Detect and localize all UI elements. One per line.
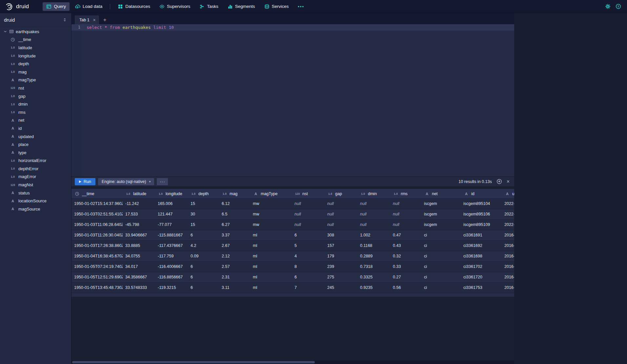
cell[interactable]: 4.2 bbox=[188, 241, 219, 251]
cell[interactable]: 34.017 bbox=[123, 262, 155, 272]
cell[interactable]: 2022-0 bbox=[502, 220, 514, 230]
cell[interactable]: 34.0755 bbox=[123, 251, 155, 261]
cell[interactable]: 1950-01-05T13:45:48.730Z bbox=[71, 283, 123, 293]
cell[interactable]: ci bbox=[421, 283, 461, 293]
cell[interactable]: null bbox=[390, 209, 421, 219]
cell[interactable]: ci3361720 bbox=[461, 272, 502, 282]
scrollbar-thumb[interactable] bbox=[72, 361, 315, 363]
cell[interactable]: 0.2889 bbox=[357, 251, 390, 261]
tree-column-type[interactable]: Atype bbox=[0, 149, 71, 157]
download-icon[interactable] bbox=[496, 179, 502, 184]
horizontal-scrollbar[interactable] bbox=[71, 360, 514, 364]
tree-column-net[interactable]: Anet bbox=[0, 116, 71, 125]
cell[interactable]: 34.3586667 bbox=[123, 272, 155, 282]
column-header-gap[interactable]: 1.0gap bbox=[325, 189, 357, 198]
cell[interactable]: null bbox=[292, 209, 325, 219]
cell[interactable]: 0.09 bbox=[188, 251, 219, 261]
cell[interactable]: null bbox=[390, 220, 421, 230]
cell[interactable]: ml bbox=[250, 262, 292, 272]
cell[interactable]: 0.33 bbox=[390, 262, 421, 272]
cell[interactable]: null bbox=[325, 220, 357, 230]
cell[interactable]: 6.27 bbox=[219, 220, 250, 230]
cell[interactable]: 17.533 bbox=[123, 209, 155, 219]
cell[interactable]: 15 bbox=[188, 199, 219, 209]
tree-column-status[interactable]: Astatus bbox=[0, 189, 71, 197]
column-header-__time[interactable]: __time bbox=[71, 189, 123, 198]
cell[interactable]: mw bbox=[250, 209, 292, 219]
add-tab-button[interactable]: + bbox=[99, 15, 111, 24]
cell[interactable]: 8 bbox=[292, 262, 325, 272]
cell[interactable]: mw bbox=[250, 199, 292, 209]
tree-column-id[interactable]: Aid bbox=[0, 124, 71, 132]
cell[interactable]: 2016-0 bbox=[502, 241, 514, 251]
nav-item-supervisors[interactable]: Supervisors bbox=[156, 2, 194, 11]
cell[interactable]: 1950-01-05T12:51:29.690Z bbox=[71, 272, 123, 282]
nav-item-segments[interactable]: Segments bbox=[224, 2, 259, 11]
cell[interactable]: iscgem895106 bbox=[461, 209, 502, 219]
tree-column-longitude[interactable]: 1.0longitude bbox=[0, 52, 71, 60]
cell[interactable]: 1950-01-02T15:14:37.960Z bbox=[71, 199, 123, 209]
tree-column-__time[interactable]: __time bbox=[0, 36, 71, 44]
column-header-magType[interactable]: AmagType bbox=[250, 189, 292, 198]
cell[interactable]: 2016-0 bbox=[502, 272, 514, 282]
cell[interactable]: ci bbox=[421, 241, 461, 251]
cell[interactable]: 6 bbox=[188, 283, 219, 293]
cell[interactable]: null bbox=[357, 209, 390, 219]
column-header-longitude[interactable]: 1.0longitude bbox=[155, 189, 188, 198]
cell[interactable]: ci3361753 bbox=[461, 283, 502, 293]
tree-column-horizontalError[interactable]: 1.0horizontalError bbox=[0, 157, 71, 165]
nav-item-datasources[interactable]: Datasources bbox=[114, 2, 154, 11]
cell[interactable]: 1950-01-05T07:24:19.740Z bbox=[71, 262, 123, 272]
cell[interactable]: iscgem bbox=[421, 220, 461, 230]
cell[interactable]: 0.1168 bbox=[357, 241, 390, 251]
cell[interactable]: 2.31 bbox=[219, 272, 250, 282]
sql-editor[interactable]: 1 select * from earthquakes limit 10 bbox=[71, 24, 514, 176]
cell[interactable]: 157 bbox=[325, 241, 357, 251]
cell[interactable]: 33.5748333 bbox=[123, 283, 155, 293]
cell[interactable]: 2016-0 bbox=[502, 251, 514, 261]
tree-column-dmin[interactable]: 1.0dmin bbox=[0, 100, 71, 108]
cell[interactable]: 4 bbox=[292, 251, 325, 261]
cell[interactable]: ml bbox=[250, 230, 292, 240]
cell[interactable]: ci bbox=[421, 230, 461, 240]
column-header-id[interactable]: Aid bbox=[461, 189, 502, 198]
column-header-mag[interactable]: 1.0mag bbox=[219, 189, 250, 198]
cell[interactable]: ci bbox=[421, 251, 461, 261]
nav-item-services[interactable]: Services bbox=[261, 2, 293, 11]
cell[interactable]: 0.56 bbox=[390, 283, 421, 293]
cell[interactable]: 0.7318 bbox=[357, 262, 390, 272]
cell[interactable]: iscgem bbox=[421, 209, 461, 219]
cell[interactable]: 30 bbox=[188, 209, 219, 219]
cell[interactable]: 0.27 bbox=[390, 272, 421, 282]
cell[interactable]: 0.9235 bbox=[357, 283, 390, 293]
cell[interactable]: 2.67 bbox=[219, 241, 250, 251]
cell[interactable]: 0.47 bbox=[390, 230, 421, 240]
cell[interactable]: 239 bbox=[325, 262, 357, 272]
brand[interactable]: druid bbox=[5, 2, 29, 11]
cell[interactable]: ml bbox=[250, 272, 292, 282]
tree-column-magError[interactable]: 1.0magError bbox=[0, 173, 71, 181]
cell[interactable]: ci bbox=[421, 262, 461, 272]
cell[interactable]: mw bbox=[250, 220, 292, 230]
nav-item-query[interactable]: Query bbox=[43, 2, 70, 11]
cell[interactable]: 15 bbox=[188, 220, 219, 230]
tree-column-latitude[interactable]: 1.0latitude bbox=[0, 44, 71, 52]
column-header-depth[interactable]: 1.0depth bbox=[188, 189, 219, 198]
cell[interactable]: 6 bbox=[188, 230, 219, 240]
cell[interactable]: 2016-0 bbox=[502, 262, 514, 272]
double-caret-vertical-icon[interactable] bbox=[62, 17, 67, 22]
cell[interactable]: null bbox=[357, 199, 390, 209]
cell[interactable]: 308 bbox=[325, 230, 357, 240]
cell[interactable]: 6 bbox=[188, 272, 219, 282]
column-header-latitude[interactable]: 1.0latitude bbox=[123, 189, 155, 198]
cell[interactable]: null bbox=[325, 199, 357, 209]
cell[interactable]: -115.8881667 bbox=[155, 230, 188, 240]
cell[interactable]: 7 bbox=[292, 283, 325, 293]
cell[interactable]: 3.11 bbox=[219, 283, 250, 293]
cell[interactable]: 6 bbox=[292, 272, 325, 282]
cell[interactable]: null bbox=[390, 199, 421, 209]
cell[interactable]: 165.006 bbox=[155, 199, 188, 209]
cell[interactable]: -119.3215 bbox=[155, 283, 188, 293]
cell[interactable]: 2.12 bbox=[219, 251, 250, 261]
cell[interactable]: -45.798 bbox=[123, 220, 155, 230]
